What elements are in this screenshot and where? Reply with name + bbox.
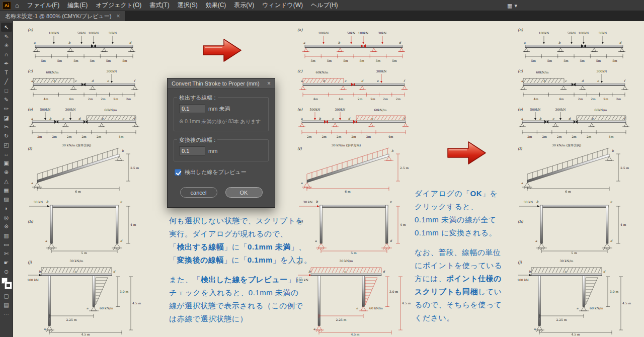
preview-checkbox[interactable] [175,169,181,176]
figure-c-beam[interactable]: (c) 60kN/m 300kN a b c d e f [516,66,632,103]
figure-e-beam[interactable]: (e) 500kN 300kN 60kN/m a b c d e f [26,105,142,140]
cancel-button[interactable]: cancel [180,187,217,198]
perspective-grid-tool[interactable]: △ [1,177,12,186]
menu-type[interactable]: 書式(T) [145,1,173,10]
figure-h-frame[interactable]: (h) 30 kN b c a d 4 m 5 m [516,195,632,255]
workspace-switcher[interactable]: ▦ ▾ [507,0,517,11]
svg-text:60kN/m: 60kN/m [105,108,117,112]
annotation-text-left[interactable]: 何も選択しない状態で、スクリプトを実行。ダイアログが現れるので、「検出する線幅」… [169,214,309,325]
figure-a-beam[interactable]: (a) 100kN 50kN 100kN 30kN a b d [516,25,632,64]
menu-help[interactable]: ヘルプ(H) [307,1,342,10]
artboard-tool[interactable]: ▭ [1,240,12,249]
edit-toolbar-button[interactable]: ⋯ [1,309,12,318]
svg-text:d: d [78,117,81,120]
screen-mode-button[interactable]: ▤ [1,300,12,309]
figure-h-frame[interactable]: (h) 30 kN b c a d 4 m 5 m [296,195,412,255]
shape-builder-tool[interactable]: ⊕ [1,167,12,177]
dialog-titlebar[interactable]: Convert Thin Stroke to Proper (mm) × [168,78,275,89]
figure-h-frame[interactable]: (h) 30 kN b c a d 4 m 5 m [26,195,142,255]
column-graph-tool[interactable]: ▥ [1,231,12,240]
figure-j-frame[interactable]: (j) 30 kN/m 100 kN b c d e a [26,257,142,336]
menu-select[interactable]: 選択(S) [174,1,202,10]
ok-button[interactable]: OK [225,187,263,198]
artwork-canvas: (a) 100kN 50kN 100kN 30kN a b d [13,21,644,337]
svg-text:5m: 5m [596,59,601,62]
direct-selection-tool[interactable]: ⇖ [1,32,12,41]
svg-text:100 kN: 100 kN [27,278,39,282]
draw-mode-button[interactable]: ▢ [1,291,12,300]
svg-text:4m: 4m [609,135,614,138]
zoom-tool[interactable]: ⊙ [1,267,12,276]
line-segment-tool[interactable]: ╱ [1,77,12,86]
svg-text:b: b [46,200,49,203]
figure-a-beam[interactable]: (a) 100kN 50kN 100kN 30kN a b d [296,25,412,64]
symbol-sprayer-tool[interactable]: ※ [1,222,12,231]
illustrator-app-icon[interactable]: Ai [3,2,11,10]
figure-j-frame[interactable]: (j) 30 kN/m 100 kN b c d e a [516,257,632,336]
arrange-documents-icon[interactable]: ▦ [507,3,512,9]
svg-text:60kN/m: 60kN/m [595,108,607,112]
red-arrow-icon[interactable] [445,138,488,168]
figure-c-beam[interactable]: (c) 60kN/m 300kN a b c d e f [26,66,142,103]
selection-tool[interactable]: ↖ [1,23,12,32]
magic-wand-tool[interactable]: ✳ [1,41,12,50]
menu-view[interactable]: 表示(V) [230,1,258,10]
figure-f-inclined-beam[interactable]: (f) 30 kN/m (水平方向) a b 2.5 m [26,142,142,193]
fill-stroke-swatches[interactable] [1,278,12,290]
figure-a-beam[interactable]: (a) 100kN 50kN 100kN 30kN a b d [26,25,142,64]
gradient-tool[interactable]: ▨ [1,195,12,204]
eyedropper-tool[interactable]: ◗ [1,204,12,213]
svg-text:5m: 5m [547,59,552,62]
lasso-tool[interactable]: ∩ [1,50,12,59]
scale-tool[interactable]: ◰ [1,140,12,149]
stroke-color-swatch[interactable] [5,282,12,289]
svg-text:b: b [612,149,614,152]
hand-tool[interactable]: ☛ [1,258,12,267]
dimension-lines: 3.0 m 4.5 m 2.25 m 4.5 m [539,277,631,336]
blend-tool[interactable]: ◎ [1,213,12,222]
red-arrow-icon[interactable] [200,35,244,65]
supports [316,243,392,250]
figure-f-inclined-beam[interactable]: (f) 30 kN/m (水平方向) a b 2.5 m [516,142,632,193]
scissors-tool[interactable]: ✂ [1,122,12,131]
artwork-column-converted[interactable]: (a) 100kN 50kN 100kN 30kN a b d [516,25,632,337]
menu-edit[interactable]: 編集(E) [63,1,92,10]
annotation-text-right[interactable]: ダイアログの「OK」をクリックすると、0.1mm 未満の線が全て0.1mm に変… [415,187,521,324]
artwork-column-preview-selected[interactable]: (a) 100kN 50kN 100kN 30kN a b d [296,25,412,337]
menu-object[interactable]: オブジェクト(O) [92,1,145,10]
pen-tool[interactable]: ✒ [1,59,12,68]
menu-effect[interactable]: 効果(C) [202,1,230,10]
artwork-column-original[interactable]: (a) 100kN 50kN 100kN 30kN a b d [26,25,142,337]
mesh-tool[interactable]: ▦ [1,186,12,195]
document-tab[interactable]: 名称未設定-1 @ 800% (CMYK/プレビュー) × [0,11,125,21]
tab-close-icon[interactable]: × [116,13,120,20]
svg-text:2m: 2m [126,97,131,101]
free-transform-tool[interactable]: ▣ [1,158,12,167]
figure-f-inclined-beam[interactable]: (f) 30 kN/m (水平方向) a b 2.5 m [296,142,412,193]
svg-text:100kN: 100kN [89,31,100,35]
pencil-tool[interactable]: ✏ [1,104,12,113]
svg-text:d: d [390,239,392,242]
slice-tool[interactable]: ✄ [1,249,12,258]
figure-e-beam[interactable]: (e) 500kN 300kN 60kN/m a b c d e f [516,105,632,140]
paintbrush-tool[interactable]: ✎ [1,95,12,104]
rectangle-tool[interactable]: □ [1,86,12,95]
menu-window[interactable]: ウィンドウ(W) [258,1,307,10]
supports [522,156,614,189]
detect-width-input[interactable] [179,104,205,113]
rotate-tool[interactable]: ↻ [1,131,12,140]
home-icon[interactable]: ⌂ [15,2,19,9]
beam [37,154,119,183]
figure-j-frame[interactable]: (j) 30 kN/m 100 kN b c d e a [296,257,412,336]
dialog-close-icon[interactable]: × [267,80,271,87]
menu-file[interactable]: ファイル(F) [23,1,63,10]
beam [311,274,381,276]
width-tool[interactable]: ↔ [1,149,12,158]
figure-e-beam[interactable]: (e) 500kN 300kN 60kN/m a b c d e f [296,105,412,140]
distributed-load-top [531,268,602,273]
figure-c-beam[interactable]: (c) 60kN/m 300kN a b c d e f [296,66,412,103]
eraser-tool[interactable]: ◪ [1,113,12,122]
convert-width-input[interactable] [179,146,205,155]
svg-text:60 kN/m: 60 kN/m [100,306,113,310]
type-tool[interactable]: T [1,68,12,77]
